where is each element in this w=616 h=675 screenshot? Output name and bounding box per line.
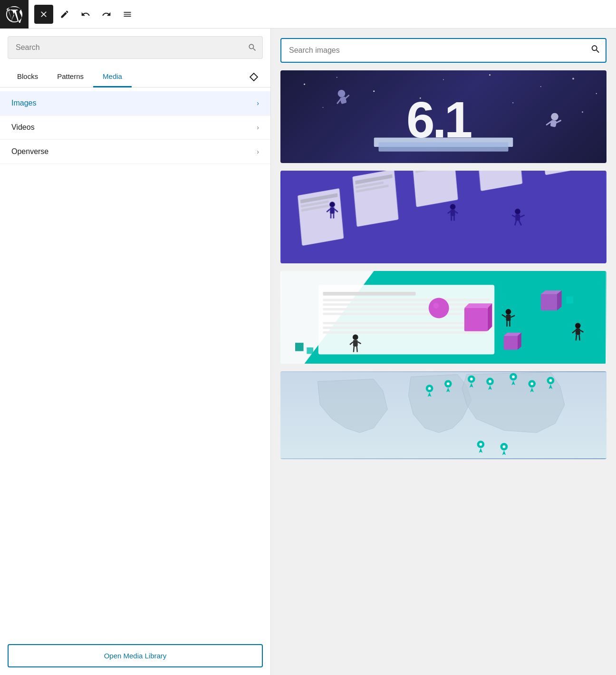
svg-point-82 — [353, 335, 358, 340]
diamond-icon — [249, 72, 259, 82]
svg-point-44 — [329, 202, 335, 207]
svg-point-0 — [304, 84, 305, 85]
svg-point-2 — [373, 90, 375, 92]
wp-logo — [0, 0, 29, 29]
svg-point-111 — [470, 378, 473, 381]
svg-rect-95 — [576, 328, 580, 335]
tab-media[interactable]: Media — [93, 67, 132, 87]
svg-point-115 — [512, 376, 515, 378]
svg-line-22 — [557, 120, 561, 123]
undo-button[interactable] — [76, 5, 95, 24]
svg-point-117 — [530, 382, 533, 385]
hamburger-icon — [123, 10, 132, 19]
media-item-images[interactable]: Images › — [0, 91, 270, 116]
svg-rect-71 — [323, 327, 472, 329]
svg-rect-76 — [541, 294, 557, 310]
svg-line-86 — [354, 347, 354, 352]
svg-point-3 — [443, 79, 444, 80]
search-input[interactable] — [8, 36, 263, 59]
svg-line-99 — [579, 335, 580, 341]
svg-point-119 — [549, 379, 552, 382]
svg-point-101 — [433, 303, 439, 309]
chevron-right-icon: › — [257, 99, 259, 107]
svg-rect-102 — [295, 343, 304, 351]
redo-icon — [102, 10, 111, 19]
svg-rect-45 — [330, 207, 335, 214]
close-icon — [39, 10, 48, 19]
search-bar — [8, 36, 263, 59]
svg-line-98 — [576, 335, 577, 341]
svg-rect-89 — [506, 315, 511, 321]
svg-rect-57 — [515, 214, 520, 221]
svg-point-5 — [540, 86, 541, 87]
image-search-icon — [590, 44, 601, 57]
svg-point-1 — [337, 77, 337, 78]
chevron-right-icon: › — [257, 148, 259, 155]
svg-point-19 — [550, 112, 559, 121]
tab-blocks[interactable]: Blocks — [8, 67, 48, 87]
image-search-input[interactable] — [280, 38, 606, 63]
edit-button[interactable] — [55, 5, 74, 24]
svg-point-88 — [506, 309, 511, 315]
close-button[interactable] — [34, 5, 53, 24]
svg-line-87 — [357, 347, 357, 352]
svg-point-56 — [515, 209, 520, 214]
svg-text:6.1: 6.1 — [406, 91, 472, 148]
main-layout: Blocks Patterns Media Images › Videos › … — [0, 29, 616, 675]
svg-point-121 — [479, 443, 482, 446]
svg-rect-79 — [504, 336, 518, 350]
svg-point-4 — [489, 74, 491, 76]
svg-point-10 — [512, 102, 513, 103]
svg-rect-70 — [323, 322, 481, 324]
svg-line-17 — [337, 100, 341, 104]
svg-rect-103 — [307, 347, 313, 354]
svg-point-50 — [450, 204, 456, 210]
image-item-3[interactable] — [280, 271, 606, 364]
svg-rect-65 — [323, 292, 416, 296]
media-item-videos[interactable]: Videos › — [0, 116, 270, 140]
undo-icon — [81, 10, 90, 19]
svg-rect-67 — [323, 303, 481, 306]
svg-rect-51 — [451, 210, 455, 216]
tab-navigation: Blocks Patterns Media — [0, 67, 270, 87]
svg-point-7 — [596, 93, 597, 94]
svg-rect-104 — [566, 297, 573, 304]
image-item-2[interactable] — [280, 171, 606, 263]
image-item-1[interactable]: 6.1 — [280, 70, 606, 163]
image-item-4[interactable] — [280, 371, 606, 459]
svg-point-100 — [429, 298, 449, 318]
svg-point-123 — [502, 445, 505, 448]
svg-point-8 — [323, 107, 324, 108]
media-item-openverse[interactable]: Openverse › — [0, 140, 270, 164]
svg-line-21 — [547, 121, 551, 125]
svg-point-113 — [489, 380, 491, 383]
media-list: Images › Videos › Openverse › — [0, 87, 270, 636]
svg-point-94 — [575, 323, 581, 328]
image-search-bar — [280, 38, 606, 63]
svg-rect-72 — [323, 331, 485, 334]
menu-button[interactable] — [118, 5, 137, 24]
svg-point-11 — [582, 111, 583, 113]
svg-rect-73 — [464, 308, 488, 331]
right-panel: 6.1 — [271, 29, 616, 675]
svg-rect-20 — [550, 120, 557, 127]
svg-point-15 — [337, 89, 346, 98]
svg-line-18 — [345, 96, 349, 98]
wordpress-logo-icon — [6, 6, 23, 23]
svg-marker-74 — [464, 303, 492, 308]
svg-marker-75 — [488, 303, 492, 331]
search-icon — [248, 43, 257, 52]
tab-patterns[interactable]: Patterns — [48, 67, 93, 87]
svg-rect-66 — [323, 299, 490, 301]
svg-rect-83 — [353, 340, 358, 347]
open-media-library-button[interactable]: Open Media Library — [8, 644, 263, 667]
search-button[interactable] — [246, 41, 259, 54]
edit-icon — [60, 10, 69, 19]
svg-point-107 — [428, 387, 431, 390]
redo-button[interactable] — [97, 5, 116, 24]
chevron-right-icon: › — [257, 124, 259, 131]
svg-point-6 — [572, 78, 574, 80]
svg-point-109 — [447, 382, 450, 385]
left-panel: Blocks Patterns Media Images › Videos › … — [0, 29, 271, 675]
tab-templates-button[interactable] — [245, 68, 263, 86]
